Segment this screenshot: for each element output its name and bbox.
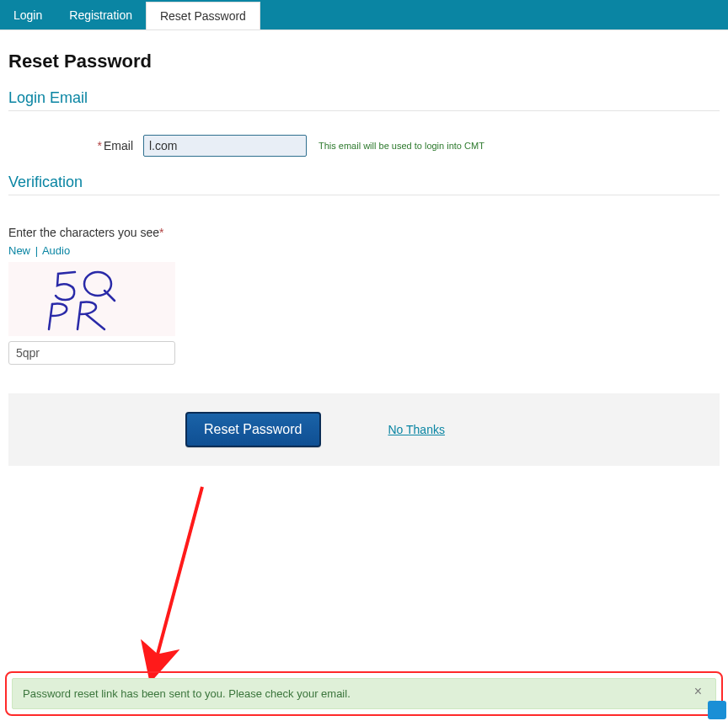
captcha-label: Enter the characters you see*	[8, 226, 720, 239]
required-asterisk: *	[159, 226, 163, 239]
pipe-divider: |	[35, 244, 38, 257]
alert-close-button[interactable]: ×	[689, 684, 707, 699]
divider	[8, 110, 720, 111]
required-asterisk: *	[98, 139, 102, 152]
tab-reset-password[interactable]: Reset Password	[146, 2, 260, 29]
page-title: Reset Password	[8, 51, 720, 72]
tab-bar: Login Registration Reset Password	[0, 0, 728, 30]
section-login-email: Login Email	[8, 89, 720, 107]
email-field-row: *Email This email will be used to login …	[8, 135, 720, 157]
tab-login[interactable]: Login	[0, 0, 56, 29]
callout-arrow-icon	[118, 480, 219, 682]
alert-text: Password reset link has been sent to you…	[23, 687, 351, 700]
email-label-text: Email	[104, 139, 133, 152]
email-input[interactable]	[143, 135, 307, 157]
alert-success: Password reset link has been sent to you…	[12, 678, 716, 709]
captcha-audio-link[interactable]: Audio	[42, 244, 70, 257]
corner-widget-icon[interactable]	[708, 701, 726, 719]
email-help-text: This email will be used to login into CM…	[318, 141, 484, 151]
email-label: *Email	[8, 139, 143, 152]
captcha-input[interactable]	[8, 341, 175, 365]
no-thanks-link[interactable]: No Thanks	[388, 423, 445, 436]
divider	[8, 195, 720, 195]
reset-password-button[interactable]: Reset Password	[185, 412, 321, 447]
captcha-image	[8, 262, 175, 336]
alert-callout: Password reset link has been sent to you…	[5, 671, 723, 716]
action-bar: Reset Password No Thanks	[8, 393, 720, 466]
tab-registration[interactable]: Registration	[56, 0, 146, 29]
svg-line-1	[155, 487, 202, 664]
captcha-new-link[interactable]: New	[8, 244, 30, 257]
captcha-label-text: Enter the characters you see	[8, 226, 159, 239]
section-verification: Verification	[8, 174, 720, 191]
